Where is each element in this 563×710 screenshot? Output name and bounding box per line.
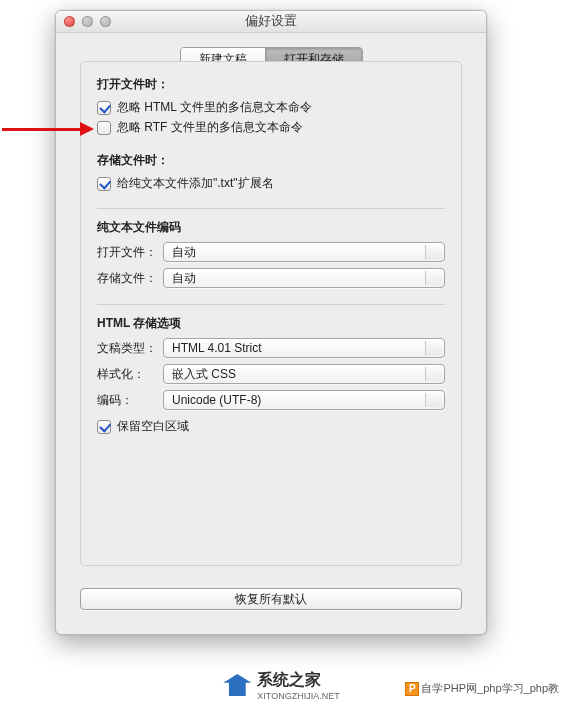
label-ignore-rtf: 忽略 RTF 文件里的多信息文本命令 <box>117 119 303 136</box>
footer-brand: 系统之家 <box>257 671 321 688</box>
save-files-title: 存储文件时： <box>97 152 445 169</box>
save-files-section: 存储文件时： 给纯文本文件添加".txt"扩展名 <box>97 152 445 192</box>
label-add-txt-ext: 给纯文本文件添加".txt"扩展名 <box>117 175 274 192</box>
settings-groupbox: 打开文件时： 忽略 HTML 文件里的多信息文本命令 忽略 RTF 文件里的多信… <box>80 61 462 566</box>
open-encoding-popup[interactable]: 自动 <box>163 242 445 262</box>
house-logo-icon <box>223 674 251 696</box>
open-files-section: 打开文件时： 忽略 HTML 文件里的多信息文本命令 忽略 RTF 文件里的多信… <box>97 76 445 136</box>
save-encoding-value: 自动 <box>172 270 196 287</box>
html-encoding-popup[interactable]: Unicode (UTF-8) <box>163 390 445 410</box>
page-source-text: 自学PHP网_php学习_php教 <box>421 681 559 696</box>
separator-2 <box>97 304 445 305</box>
plain-text-encoding-section: 纯文本文件编码 打开文件： 自动 存储文件： 自动 <box>97 219 445 288</box>
checkbox-preserve-whitespace[interactable] <box>97 420 111 434</box>
separator-1 <box>97 208 445 209</box>
checkbox-ignore-html[interactable] <box>97 101 111 115</box>
label-ignore-html: 忽略 HTML 文件里的多信息文本命令 <box>117 99 312 116</box>
doctype-popup[interactable]: HTML 4.01 Strict <box>163 338 445 358</box>
plain-text-encoding-title: 纯文本文件编码 <box>97 219 445 236</box>
checkbox-ignore-rtf[interactable] <box>97 121 111 135</box>
window-minimize-button[interactable] <box>82 16 93 27</box>
popup-arrows-icon <box>432 368 438 380</box>
style-popup[interactable]: 嵌入式 CSS <box>163 364 445 384</box>
doctype-value: HTML 4.01 Strict <box>172 341 262 355</box>
window-zoom-button[interactable] <box>100 16 111 27</box>
label-preserve-whitespace: 保留空白区域 <box>117 418 189 435</box>
preferences-window: 偏好设置 新建文稿 打开和存储 打开文件时： 忽略 HTML 文件里的多信息文本… <box>55 10 487 635</box>
popup-arrows-icon <box>432 342 438 354</box>
window-title: 偏好设置 <box>56 13 486 30</box>
window-close-button[interactable] <box>64 16 75 27</box>
style-value: 嵌入式 CSS <box>172 366 236 383</box>
doctype-label: 文稿类型： <box>97 340 157 357</box>
html-storage-title: HTML 存储选项 <box>97 315 445 332</box>
save-encoding-popup[interactable]: 自动 <box>163 268 445 288</box>
restore-defaults-button[interactable]: 恢复所有默认 <box>80 588 462 610</box>
html-encoding-value: Unicode (UTF-8) <box>172 393 261 407</box>
save-encoding-label: 存储文件： <box>97 270 157 287</box>
checkbox-add-txt-ext[interactable] <box>97 177 111 191</box>
open-encoding-value: 自动 <box>172 244 196 261</box>
popup-arrows-icon <box>432 272 438 284</box>
titlebar[interactable]: 偏好设置 <box>56 11 486 33</box>
html-encoding-label: 编码： <box>97 392 157 409</box>
page-source-link[interactable]: P 自学PHP网_php学习_php教 <box>405 681 559 696</box>
popup-arrows-icon <box>432 394 438 406</box>
footer-domain: XITONGZHIJIA.NET <box>257 691 339 701</box>
html-storage-section: HTML 存储选项 文稿类型： HTML 4.01 Strict 样式化： 嵌入… <box>97 315 445 435</box>
open-files-title: 打开文件时： <box>97 76 445 93</box>
open-encoding-label: 打开文件： <box>97 244 157 261</box>
popup-arrows-icon <box>432 246 438 258</box>
style-label: 样式化： <box>97 366 157 383</box>
p-logo-icon: P <box>405 682 419 696</box>
